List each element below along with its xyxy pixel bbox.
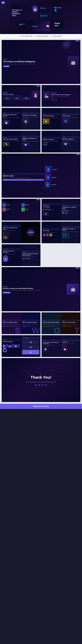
slide-16-pricing: Basic $25 /mo Pro $75 /mo Elite: [22, 340, 39, 354]
slide-11-right-img: 📱: [62, 233, 70, 238]
service-icon-0: 🔧: [43, 207, 44, 208]
thankyou-title: Thank You!: [31, 375, 51, 380]
slide-17-world: WORLD In The World of AI, Poetry and the…: [42, 335, 80, 357]
slide-2-welcome: AI Home About Contact WELCOME Welcome to…: [2, 85, 40, 107]
slide-2b-text: INNOVATION Where Innovation Meets Intell…: [51, 91, 79, 100]
slide-4-evolution: INSIGHT The Evolution Begins Lorem ipsum…: [42, 108, 80, 130]
slide-2-nav-btn[interactable]: Contact: [36, 86, 39, 86]
slide-5-right-title: Shaping the Intelligence of Things: [22, 138, 39, 140]
slide-1-nav: AI Home About Services Portfolio Contact…: [2, 40, 80, 42]
slide-7-person-0-img: 👤: [45, 166, 52, 174]
app-store-ios[interactable]: App Store: [22, 258, 26, 259]
slide-5-left-body: Lorem ipsum dolor sit amet, consectetur …: [3, 140, 20, 141]
swot-t: T SWOT Night-AI Threats Analysis Lorem i…: [61, 312, 80, 334]
slide-16-bar-chart: [3, 343, 20, 348]
swot-w-progress: Risk Factor: [22, 326, 39, 326]
page-wrapper: GS AI The Future ofArtificialIntelligenc…: [0, 0, 82, 409]
preview-slide-6: AI Contact us 🧠: [32, 21, 50, 31]
stat-2: 99% Satisfaction: [22, 97, 31, 100]
badge-dot-0: [20, 36, 21, 37]
swot-w-fill: [22, 326, 30, 326]
check-item-0: Machine Learning Models: [3, 232, 20, 232]
slide-7-nav-btn[interactable]: Contact: [76, 154, 79, 155]
slide-6-left-tag: VISION: [43, 137, 60, 138]
gs-badge: GS: [2, 2, 5, 4]
slide-7-person-2-img: 👤: [45, 182, 51, 188]
thankyou-label: AI: [40, 374, 42, 375]
slide-10-col-left: SERVICES AI Services Tailored to Your Ne…: [2, 222, 21, 243]
social-yt[interactable]: ▶: [45, 384, 47, 386]
slide-7-btn[interactable]: Learn More: [3, 179, 44, 181]
slide-12-col-right: PLATFORM We Have an Easily Accessible Mo…: [21, 244, 40, 266]
slide-8-member-1: 👤 Maria Chen Developer: [21, 203, 40, 207]
service-icon-1: ⚡: [43, 209, 44, 211]
slide-7-person-2-role: AI Specialist: [51, 185, 56, 186]
thankyou-content: AI Thank You! Lorem ipsum dolor sit amet…: [26, 374, 56, 386]
slide-6-right-body: Lorem ipsum dolor sit amet consectetur a…: [62, 140, 79, 141]
slide-1-hero: AI Home About Services Portfolio Contact…: [2, 40, 80, 84]
check-item-2: Computer Vision: [3, 234, 20, 234]
feature-badges: 16:9 Aspect Ratio Image Placeholder Uniq…: [0, 34, 82, 38]
slide-7-person-1-name: Hogan Grazie: [52, 177, 56, 178]
slide-7-title: Night-AI Leaders: [3, 175, 44, 177]
slide-17-two-col: WORLD In The World of AI, Poetry and the…: [42, 335, 80, 357]
app-store-android[interactable]: Google Play: [26, 258, 30, 259]
slide-1-cta[interactable]: Discover More: [3, 66, 10, 67]
slide-2b-btn[interactable]: Learn More: [51, 99, 57, 100]
slide-12-unleash: INNOVATION Unleash The Power of Innovati…: [2, 244, 40, 266]
social-fb[interactable]: f: [35, 384, 37, 386]
slide-15-ot-cols: O SWOT Night-AI Opportunities Analysis L…: [42, 312, 80, 334]
preview-slide-5: Night-AI ThreatsAnalysis T: [19, 21, 31, 28]
slide-11-col-right: INTEGRATION Integration of AI with IoT D…: [61, 222, 80, 243]
slide-7-person-2: 👤 Davis Jonathan AI Specialist: [45, 182, 79, 188]
slide-6-right-tag: VISION: [62, 137, 79, 138]
pricing-basic: Basic $25 /mo: [22, 340, 39, 344]
slide-8-member-1-img: 👤: [21, 203, 25, 207]
slide-8-nav-btn[interactable]: Contact: [36, 199, 39, 200]
slide-2-stats: 25+ Years Experience 10K Projects Done 9…: [3, 97, 31, 100]
portfolio-img-0: 🤖: [43, 234, 46, 236]
portfolio-img-1: 👾: [46, 234, 49, 236]
slide-13-btn[interactable]: Download Our App: [3, 292, 10, 294]
slide-2-content: WELCOME Welcome to Night-AI Lorem ipsum …: [3, 87, 39, 104]
slide-5-right-tag: FEATURE: [22, 136, 39, 138]
slide-5-right-img: 🌍: [22, 142, 29, 147]
slide-13-mobile-hero: AI Home App Download PLATFORM We Have an…: [2, 267, 80, 311]
bar-5: [17, 344, 20, 348]
slide-12-col-left: INNOVATION Unleash The Power of Innovati…: [2, 244, 21, 266]
preview-slide-1: AI The Future ofArtificialIntelligence 🤖: [10, 4, 38, 20]
slide-1-nav-btn[interactable]: Contact Us: [76, 40, 79, 41]
slide-9-two-col: SERVICES Our Services 🔧 AI Consulting Ex…: [42, 199, 80, 220]
social-ig[interactable]: in: [42, 384, 44, 386]
slide-2b-content: 🦾 INNOVATION Where Innovation Meets Inte…: [43, 86, 79, 106]
slide-6-right-title: Big Vision of Night-AI: [62, 138, 79, 140]
slide-5-left-title: Elevating AI to New Heights: [3, 138, 20, 140]
slide-7-tag: TEAM: [3, 173, 44, 175]
purple-line-2b: [51, 97, 54, 98]
slide-8-nav: AI Home Contact: [2, 199, 40, 200]
social-tw[interactable]: t: [38, 384, 40, 386]
slide-5-right-body: Lorem ipsum dolor sit amet, consectetur …: [22, 141, 39, 142]
slide-7-person-1-info: Hogan Grazie AI Engineer: [52, 177, 56, 178]
service-icon-3: 📊: [62, 212, 64, 214]
badge-dot-1: [35, 36, 36, 37]
slide-1-tag: DIGITAL: [3, 59, 7, 60]
swot-o-track: [43, 326, 60, 326]
slide-7-nav: AI Home Team Contact: [2, 154, 80, 155]
swot-s-track: [3, 326, 20, 326]
feature-badge-0: 16:9 Aspect Ratio: [20, 36, 33, 37]
slide-2-body: Lorem ipsum dolor sit amet, consectetur …: [3, 95, 31, 96]
slide-2-nav: AI Home About Contact: [2, 85, 40, 87]
slide-7-person-2-info: Davis Jonathan AI Specialist: [51, 184, 56, 186]
slide-13-nav: AI Home App Download: [2, 267, 80, 269]
slide-10-col-right: Break Slides: [21, 222, 40, 243]
slide-7-person-1: 👤 Hogan Grazie AI Engineer: [45, 174, 79, 181]
swot-s: S SWOT Night-AI Strengths Analysis Lorem…: [2, 312, 21, 334]
app-store-btns: App Store Google Play: [22, 258, 39, 259]
slide-9-services: SERVICES Our Services 🔧 AI Consulting Ex…: [42, 199, 80, 220]
slide-2b: 🦾 INNOVATION Where Innovation Meets Inte…: [42, 85, 80, 107]
slide-2b-image: 🦾: [43, 92, 50, 100]
slide-5-col-right: FEATURE Shaping the Intelligence of Thin…: [21, 131, 40, 152]
slide-3-right-title: Your Partner in AI Evolution: [22, 115, 39, 116]
slide-13-nav-btn[interactable]: Download: [76, 268, 79, 268]
